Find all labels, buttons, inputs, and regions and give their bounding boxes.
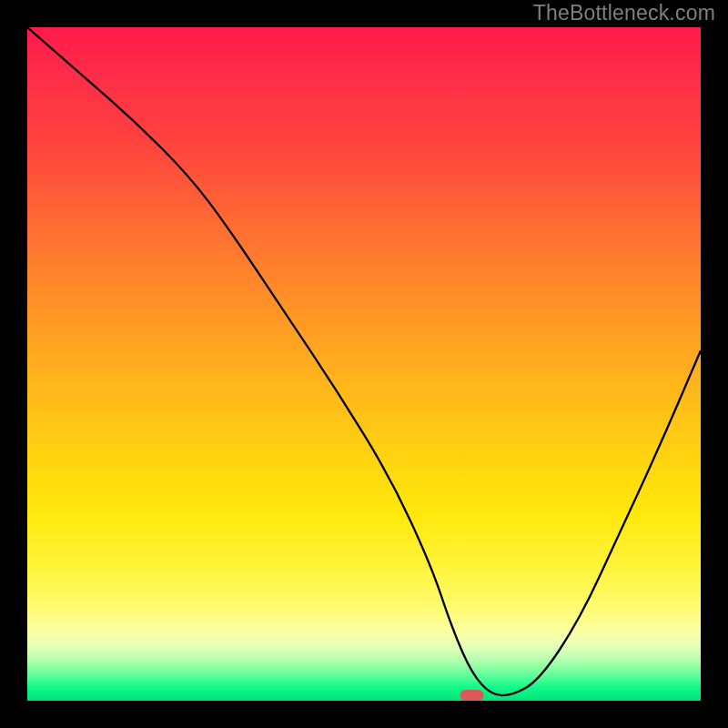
- plot-area: [27, 27, 701, 701]
- optimum-marker: [460, 690, 483, 701]
- curve-layer: [27, 27, 701, 701]
- watermark-text: TheBottleneck.com: [533, 1, 715, 25]
- bottleneck-curve: [27, 27, 701, 695]
- chart-frame: TheBottleneck.com: [0, 0, 728, 728]
